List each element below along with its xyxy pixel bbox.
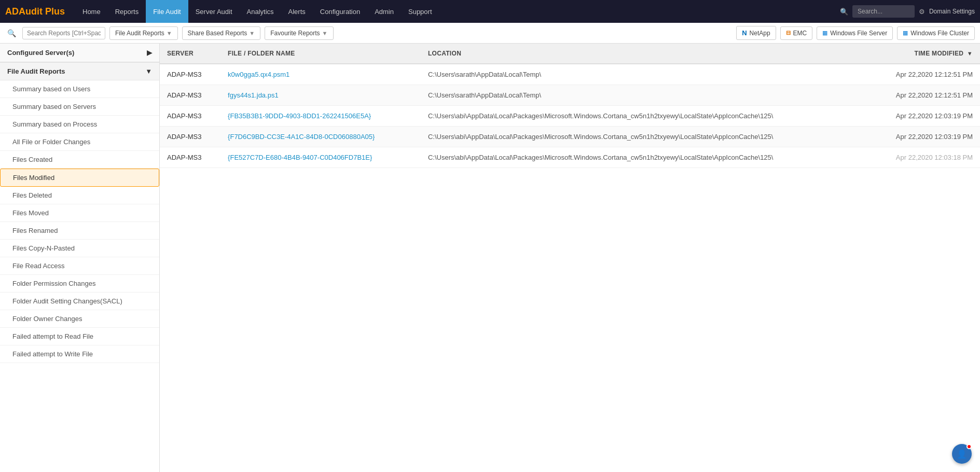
cell-file-name[interactable]: {FB35B3B1-9DDD-4903-8DD1-262241506E5A}	[220, 106, 421, 127]
sidebar-item-files-modified[interactable]: Files Modified	[0, 169, 159, 187]
second-navigation: 🔍 File Audit Reports ▼ Share Based Repor…	[0, 23, 980, 44]
nav-configuration[interactable]: Configuration	[313, 0, 367, 23]
gear-icon: ⚙	[919, 8, 925, 16]
col-time-modified[interactable]: TIME MODIFIED ▼	[867, 44, 980, 64]
cell-time-modified: Apr 22,2020 12:12:51 PM	[867, 64, 980, 85]
share-based-reports-label: Share Based Reports	[188, 30, 247, 37]
search-icon: 🔍	[840, 8, 848, 16]
sidebar-item-files-copy-n-pasted[interactable]: Files Copy-N-Pasted	[0, 240, 159, 257]
windows-file-cluster-label: Windows File Cluster	[910, 30, 969, 37]
sidebar-item-folder-owner-changes[interactable]: Folder Owner Changes	[0, 310, 159, 328]
windows-file-cluster-icon: ▦	[903, 30, 908, 36]
sidebar-item-summary-process[interactable]: Summary based on Process	[0, 116, 159, 133]
sidebar-item-failed-read[interactable]: Failed attempt to Read File	[0, 328, 159, 345]
file-audit-reports-section-label: File Audit Reports	[7, 67, 65, 75]
file-audit-reports-section-header[interactable]: File Audit Reports ▼	[0, 62, 159, 80]
cell-server: ADAP-MS3	[160, 147, 220, 168]
favourite-reports-label: Favourite Reports	[270, 30, 320, 37]
table-header-row: SERVER FILE / FOLDER NAME LOCATION TIME …	[160, 44, 980, 64]
sidebar-item-all-changes[interactable]: All File or Folder Changes	[0, 133, 159, 151]
cell-location: C:\Users\sarath\AppData\Local\Temp\	[421, 64, 867, 85]
cell-server: ADAP-MS3	[160, 64, 220, 85]
sidebar-item-files-moved[interactable]: Files Moved	[0, 204, 159, 222]
chevron-down-icon: ▼	[167, 30, 172, 36]
table-row: ADAP-MS3{FE527C7D-E680-4B4B-9407-C0D406F…	[160, 147, 980, 168]
share-based-reports-dropdown[interactable]: Share Based Reports ▼	[182, 26, 261, 40]
col-file-folder-name: FILE / FOLDER NAME	[220, 44, 421, 64]
nav-alerts[interactable]: Alerts	[281, 0, 313, 23]
top-navigation: ADAudit Plus Home Reports File Audit Ser…	[0, 0, 980, 23]
cell-time-modified: Apr 22,2020 12:03:19 PM	[867, 106, 980, 127]
nav-home[interactable]: Home	[75, 0, 108, 23]
sidebar-item-files-deleted[interactable]: Files Deleted	[0, 187, 159, 204]
sidebar-item-folder-audit-setting-changes[interactable]: Folder Audit Setting Changes(SACL)	[0, 293, 159, 310]
nav-file-audit[interactable]: File Audit	[146, 0, 188, 23]
sidebar-item-file-read-access[interactable]: File Read Access	[0, 257, 159, 275]
sidebar: Configured Server(s) ▶ File Audit Report…	[0, 44, 160, 472]
windows-file-server-btn[interactable]: ▦ Windows File Server	[817, 26, 893, 40]
cell-server: ADAP-MS3	[160, 127, 220, 147]
table-body: ADAP-MS3k0w0gga5.qx4.psm1C:\Users\sarath…	[160, 64, 980, 168]
chevron-down-icon: ▼	[249, 30, 255, 36]
nav-admin[interactable]: Admin	[367, 0, 401, 23]
time-modified-label: TIME MODIFIED	[915, 50, 964, 57]
table-row: ADAP-MS3{F7D6C9BD-CC3E-4A1C-84D8-0CD0608…	[160, 127, 980, 147]
sidebar-item-summary-servers[interactable]: Summary based on Servers	[0, 98, 159, 116]
table-row: ADAP-MS3{FB35B3B1-9DDD-4903-8DD1-2622415…	[160, 106, 980, 127]
nav-support[interactable]: Support	[401, 0, 439, 23]
windows-file-server-icon: ▦	[822, 30, 827, 36]
configured-servers-header[interactable]: Configured Server(s) ▶	[0, 44, 159, 62]
cell-file-name[interactable]: k0w0gga5.qx4.psm1	[220, 64, 421, 85]
sort-arrow-icon: ▼	[967, 50, 973, 57]
cell-time-modified: Apr 22,2020 12:03:18 PM	[867, 147, 980, 168]
nav-search-input[interactable]	[852, 5, 915, 18]
cell-file-name[interactable]: {FE527C7D-E680-4B4B-9407-C0D406FD7B1E}	[220, 147, 421, 168]
nav-right: 🔍 ⚙ Domain Settings	[840, 5, 975, 18]
sidebar-item-folder-permission-changes[interactable]: Folder Permission Changes	[0, 275, 159, 293]
cell-time-modified: Apr 22,2020 12:12:51 PM	[867, 85, 980, 106]
col-location: LOCATION	[421, 44, 867, 64]
nav-items: Home Reports File Audit Server Audit Ana…	[75, 0, 840, 23]
chevron-right-icon: ▶	[147, 49, 152, 57]
table-row: ADAP-MS3fgys44s1.jda.ps1C:\Users\sarath\…	[160, 85, 980, 106]
main-content: SERVER FILE / FOLDER NAME LOCATION TIME …	[160, 44, 980, 472]
cell-file-name[interactable]: {F7D6C9BD-CC3E-4A1C-84D8-0CD060880A05}	[220, 127, 421, 147]
cell-server: ADAP-MS3	[160, 106, 220, 127]
user-avatar[interactable]: 👤	[952, 444, 972, 464]
configured-servers-label: Configured Server(s)	[7, 49, 74, 57]
nav-server-audit[interactable]: Server Audit	[188, 0, 240, 23]
avatar-icon: 👤	[957, 449, 967, 459]
domain-settings-btn[interactable]: Domain Settings	[929, 8, 975, 15]
files-modified-table: SERVER FILE / FOLDER NAME LOCATION TIME …	[160, 44, 980, 168]
emc-btn[interactable]: ⊟ EMC	[780, 26, 813, 40]
netapp-label: NetApp	[750, 30, 770, 37]
cell-location: C:\Users\abi\AppData\Local\Packages\Micr…	[421, 147, 867, 168]
netapp-btn[interactable]: N NetApp	[736, 26, 776, 40]
cell-file-name[interactable]: fgys44s1.jda.ps1	[220, 85, 421, 106]
sidebar-item-files-created[interactable]: Files Created	[0, 151, 159, 169]
sidebar-item-summary-users[interactable]: Summary based on Users	[0, 80, 159, 98]
cell-location: C:\Users\sarath\AppData\Local\Temp\	[421, 85, 867, 106]
favourite-reports-dropdown[interactable]: Favourite Reports ▼	[265, 26, 333, 40]
emc-icon: ⊟	[786, 30, 791, 36]
emc-label: EMC	[793, 30, 807, 37]
windows-file-cluster-btn[interactable]: ▦ Windows File Cluster	[897, 26, 975, 40]
nav-reports[interactable]: Reports	[108, 0, 146, 23]
search-reports-input[interactable]	[22, 27, 105, 39]
cell-server: ADAP-MS3	[160, 85, 220, 106]
app-logo: ADAudit Plus	[5, 6, 65, 17]
netapp-icon: N	[742, 29, 747, 37]
chevron-down-icon: ▼	[322, 30, 328, 36]
main-layout: Configured Server(s) ▶ File Audit Report…	[0, 44, 980, 472]
col-server: SERVER	[160, 44, 220, 64]
cell-time-modified: Apr 22,2020 12:03:19 PM	[867, 127, 980, 147]
table-container: SERVER FILE / FOLDER NAME LOCATION TIME …	[160, 44, 980, 168]
sidebar-item-failed-write[interactable]: Failed attempt to Write File	[0, 345, 159, 363]
nav-analytics[interactable]: Analytics	[240, 0, 281, 23]
table-row: ADAP-MS3k0w0gga5.qx4.psm1C:\Users\sarath…	[160, 64, 980, 85]
file-audit-reports-label: File Audit Reports	[115, 30, 164, 37]
notification-dot	[967, 444, 972, 449]
search-icon-btn[interactable]: 🔍	[5, 27, 18, 39]
file-audit-reports-dropdown[interactable]: File Audit Reports ▼	[109, 26, 178, 40]
sidebar-item-files-renamed[interactable]: Files Renamed	[0, 222, 159, 240]
